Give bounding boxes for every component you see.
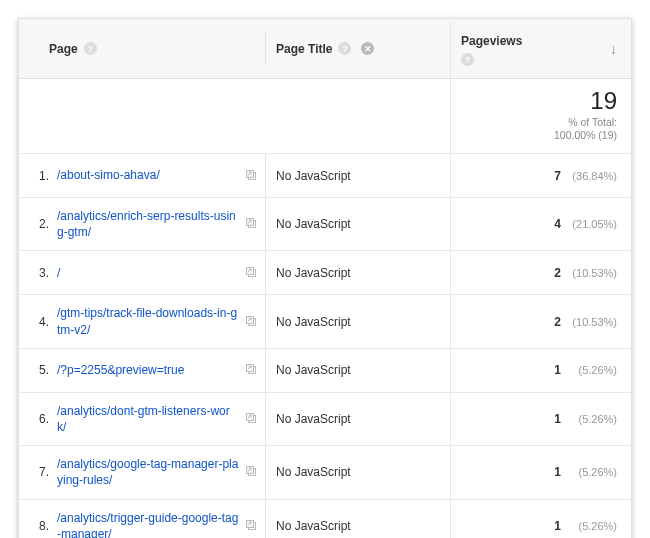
cell-page-title: No JavaScript (265, 393, 450, 445)
cell-pageviews: 4(21.05%) (450, 198, 631, 250)
header-pageviews[interactable]: Pageviews ? ↓ (450, 21, 631, 77)
cell-page: /analytics/enrich-serp-results-using-gtm… (49, 198, 265, 250)
pageviews-count: 7 (554, 169, 561, 183)
cell-pageviews: 1(5.26%) (450, 393, 631, 445)
table-row: 5./?p=2255&preview=trueNo JavaScript1(5.… (19, 349, 631, 393)
open-in-new-icon[interactable] (245, 169, 259, 183)
cell-pageviews: 1(5.26%) (450, 500, 631, 538)
row-number: 7. (19, 446, 49, 498)
table-row: 1./about-simo-ahava/No JavaScript7(36.84… (19, 154, 631, 198)
cell-pageviews: 2(10.53%) (450, 295, 631, 347)
pageviews-count: 4 (554, 217, 561, 231)
page-link[interactable]: / (57, 265, 239, 281)
cell-page: /about-simo-ahava/ (49, 154, 265, 197)
open-in-new-icon[interactable] (245, 519, 259, 533)
summary-pageviews: 19 % of Total: 100.00% (19) (450, 79, 631, 153)
header-page[interactable]: Page ? (19, 32, 265, 66)
pageviews-percent: (5.26%) (567, 466, 617, 478)
pageviews-count: 2 (554, 266, 561, 280)
pageviews-percent: (10.53%) (567, 316, 617, 328)
cell-page: / (49, 251, 265, 294)
pageviews-count: 1 (554, 412, 561, 426)
cell-pageviews: 7(36.84%) (450, 154, 631, 197)
table-row: 4./gtm-tips/track-file-downloads-in-gtm-… (19, 295, 631, 348)
pageviews-percent: (5.26%) (567, 413, 617, 425)
cell-page: /analytics/dont-gtm-listeners-work/ (49, 393, 265, 445)
remove-dimension-icon[interactable]: ✕ (361, 42, 374, 55)
table-header-row: Page ? Page Title ? ✕ Pageviews ? ↓ (19, 19, 631, 79)
page-link[interactable]: /analytics/dont-gtm-listeners-work/ (57, 403, 239, 435)
summary-pct-value: 100.00% (19) (461, 129, 617, 143)
header-title-label: Page Title (276, 42, 332, 56)
row-number: 2. (19, 198, 49, 250)
table-row: 8./analytics/trigger-guide-google-tag-ma… (19, 500, 631, 538)
analytics-report-table: Page ? Page Title ? ✕ Pageviews ? ↓ 19 %… (18, 18, 632, 538)
cell-page-title: No JavaScript (265, 198, 450, 250)
cell-pageviews: 2(10.53%) (450, 251, 631, 294)
table-row: 7./analytics/google-tag-manager-playing-… (19, 446, 631, 499)
page-link[interactable]: /analytics/enrich-serp-results-using-gtm… (57, 208, 239, 240)
header-page-title[interactable]: Page Title ? ✕ (265, 32, 450, 66)
page-link[interactable]: /about-simo-ahava/ (57, 167, 239, 183)
help-icon[interactable]: ? (338, 42, 351, 55)
cell-page: /gtm-tips/track-file-downloads-in-gtm-v2… (49, 295, 265, 347)
cell-page-title: No JavaScript (265, 154, 450, 197)
open-in-new-icon[interactable] (245, 266, 259, 280)
row-number: 4. (19, 295, 49, 347)
pageviews-count: 1 (554, 519, 561, 533)
open-in-new-icon[interactable] (245, 217, 259, 231)
table-row: 3./No JavaScript2(10.53%) (19, 251, 631, 295)
cell-pageviews: 1(5.26%) (450, 446, 631, 498)
header-views-label: Pageviews (461, 34, 522, 48)
table-row: 2./analytics/enrich-serp-results-using-g… (19, 198, 631, 251)
open-in-new-icon[interactable] (245, 315, 259, 329)
pageviews-percent: (5.26%) (567, 364, 617, 376)
page-link[interactable]: /?p=2255&preview=true (57, 362, 239, 378)
row-number: 6. (19, 393, 49, 445)
open-in-new-icon[interactable] (245, 363, 259, 377)
page-link[interactable]: /gtm-tips/track-file-downloads-in-gtm-v2… (57, 305, 239, 337)
cell-page-title: No JavaScript (265, 251, 450, 294)
cell-page: /?p=2255&preview=true (49, 349, 265, 392)
summary-pct-label: % of Total: (461, 116, 617, 130)
pageviews-count: 2 (554, 315, 561, 329)
row-number: 8. (19, 500, 49, 538)
cell-pageviews: 1(5.26%) (450, 349, 631, 392)
pageviews-count: 1 (554, 465, 561, 479)
pageviews-percent: (36.84%) (567, 170, 617, 182)
row-number: 5. (19, 349, 49, 392)
help-icon[interactable]: ? (461, 53, 474, 66)
pageviews-percent: (21.05%) (567, 218, 617, 230)
cell-page-title: No JavaScript (265, 349, 450, 392)
summary-row: 19 % of Total: 100.00% (19) (19, 79, 631, 154)
pageviews-percent: (10.53%) (567, 267, 617, 279)
row-number: 1. (19, 154, 49, 197)
open-in-new-icon[interactable] (245, 465, 259, 479)
row-number: 3. (19, 251, 49, 294)
summary-total: 19 (461, 87, 617, 116)
cell-page-title: No JavaScript (265, 446, 450, 498)
cell-page-title: No JavaScript (265, 500, 450, 538)
cell-page: /analytics/trigger-guide-google-tag-mana… (49, 500, 265, 538)
page-link[interactable]: /analytics/google-tag-manager-playing-ru… (57, 456, 239, 488)
header-page-label: Page (49, 42, 78, 56)
pageviews-count: 1 (554, 363, 561, 377)
sort-descending-icon[interactable]: ↓ (610, 41, 621, 57)
pageviews-percent: (5.26%) (567, 520, 617, 532)
cell-page-title: No JavaScript (265, 295, 450, 347)
cell-page: /analytics/google-tag-manager-playing-ru… (49, 446, 265, 498)
table-row: 6./analytics/dont-gtm-listeners-work/No … (19, 393, 631, 446)
open-in-new-icon[interactable] (245, 412, 259, 426)
page-link[interactable]: /analytics/trigger-guide-google-tag-mana… (57, 510, 239, 538)
help-icon[interactable]: ? (84, 42, 97, 55)
